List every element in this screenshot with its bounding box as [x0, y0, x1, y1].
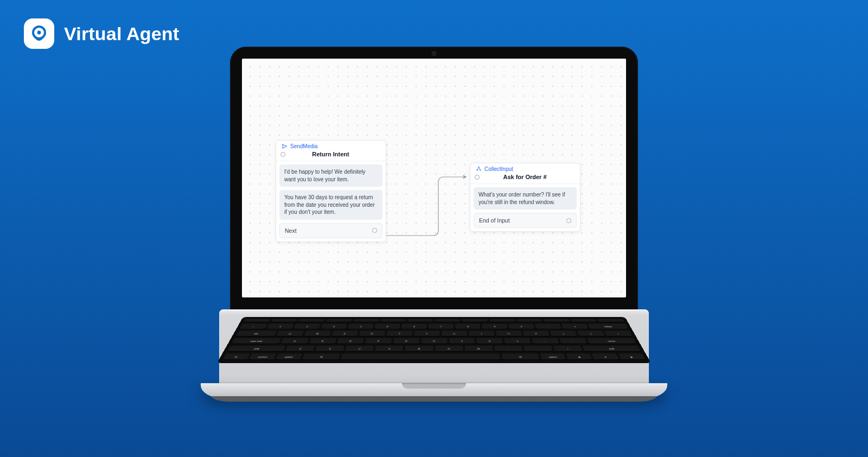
- node-body: What's your order number? I'll see if yo…: [470, 184, 580, 231]
- node-outlet[interactable]: End of Input: [474, 213, 577, 228]
- node-body: I'd be happy to help! We definitely want…: [276, 161, 386, 242]
- svg-point-4: [480, 169, 481, 170]
- laptop-mock: SendMedia Return Intent I'd be happy to …: [201, 47, 667, 398]
- node-title: Return Intent: [285, 151, 381, 157]
- output-port[interactable]: [372, 228, 377, 233]
- input-port[interactable]: [280, 152, 285, 157]
- node-type-text: CollectInput: [484, 166, 513, 172]
- collect-input-icon: [476, 166, 482, 172]
- flow-node-sendmedia[interactable]: SendMedia Return Intent I'd be happy to …: [276, 140, 386, 242]
- flow-node-collectinput[interactable]: CollectInput Ask for Order # What's your…: [470, 163, 580, 232]
- svg-point-2: [478, 167, 479, 168]
- laptop-keyboard: ~1234567890-=delete tabQWERTYUIOP[]\ cap…: [217, 317, 651, 363]
- laptop-front-lip: [201, 383, 667, 398]
- flow-canvas[interactable]: SendMedia Return Intent I'd be happy to …: [242, 59, 626, 297]
- svg-point-3: [477, 169, 478, 170]
- node-header: Ask for Order #: [470, 173, 580, 184]
- node-header: Return Intent: [276, 150, 386, 161]
- outlet-label: Next: [285, 227, 297, 234]
- node-type-label: CollectInput: [470, 163, 580, 173]
- node-message[interactable]: I'd be happy to help! We definitely want…: [279, 164, 382, 187]
- node-title: Ask for Order #: [480, 174, 576, 180]
- node-message[interactable]: You have 30 days to request a return fro…: [279, 190, 382, 220]
- brand-title: Virtual Agent: [64, 23, 179, 45]
- node-message[interactable]: What's your order number? I'll see if yo…: [474, 187, 577, 210]
- outlet-label: End of Input: [479, 217, 510, 224]
- output-port[interactable]: [566, 218, 571, 223]
- brand-logo-icon: [24, 18, 54, 49]
- laptop-deck: ~1234567890-=delete tabQWERTYUIOP[]\ cap…: [201, 309, 667, 398]
- send-icon: [282, 143, 288, 149]
- node-outlet[interactable]: Next: [279, 223, 382, 238]
- node-type-label: SendMedia: [276, 141, 386, 150]
- laptop-lid: SendMedia Return Intent I'd be happy to …: [230, 47, 638, 314]
- brand-header: Virtual Agent: [24, 18, 179, 49]
- node-type-text: SendMedia: [290, 143, 318, 149]
- svg-point-1: [37, 31, 41, 35]
- input-port[interactable]: [475, 175, 480, 180]
